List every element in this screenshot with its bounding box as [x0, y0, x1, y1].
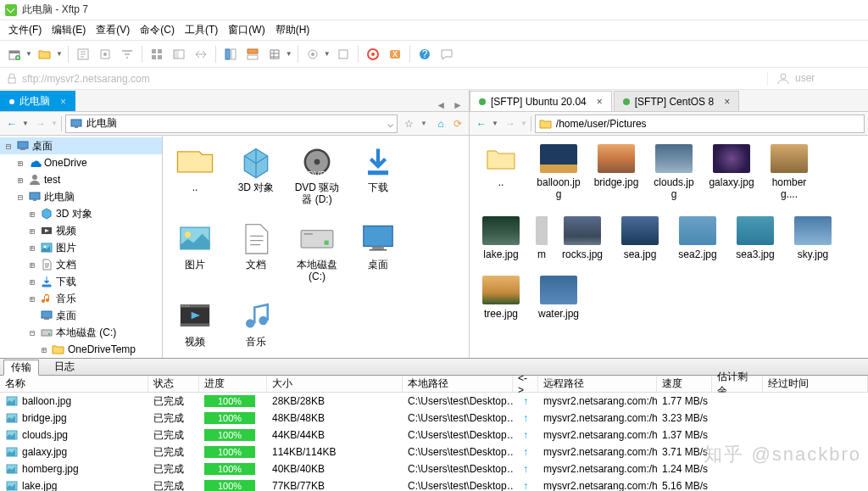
address-input[interactable]	[556, 118, 860, 130]
home-icon[interactable]: ⌂	[433, 116, 448, 131]
toggle-icon[interactable]: ⊞	[27, 277, 37, 287]
new-session-button[interactable]	[5, 45, 24, 64]
transfer-row[interactable]: clouds.jpg已完成100%44KB/44KBC:\Users\test\…	[0, 427, 868, 444]
close-icon[interactable]: ×	[724, 96, 730, 108]
column-header[interactable]: 本地路径	[403, 376, 513, 392]
file-item[interactable]: 下载	[354, 144, 402, 206]
file-item[interactable]: 文档	[232, 221, 280, 283]
tree-node[interactable]: ⊞OneDriveTemp	[0, 341, 162, 358]
bottom-tab[interactable]: 传输	[3, 360, 39, 376]
column-header[interactable]: 状态	[148, 376, 199, 392]
toolbar-btn[interactable]	[192, 45, 210, 64]
menu-item[interactable]: 窗口(W)	[228, 23, 264, 37]
toolbar-btn[interactable]	[221, 45, 240, 64]
toolbar-btn[interactable]	[243, 45, 262, 64]
toolbar-btn[interactable]	[96, 45, 114, 64]
file-item[interactable]: 视频	[171, 299, 219, 348]
file-item[interactable]: sky.jpg	[790, 216, 836, 260]
file-item[interactable]: lake.jpg	[478, 216, 524, 260]
tree-node[interactable]: ⊟此电脑	[0, 188, 162, 205]
dropdown-icon[interactable]: ▼	[25, 50, 32, 58]
tab-remote[interactable]: [SFTP] Ubuntu 20.04×	[470, 91, 612, 111]
toolbar-btn[interactable]	[265, 45, 284, 64]
column-header[interactable]: 名称	[0, 376, 148, 392]
transfer-row[interactable]: balloon.jpg已完成100%28KB/28KBC:\Users\test…	[0, 393, 868, 410]
column-header[interactable]: 经过时间	[763, 376, 868, 392]
transfer-row[interactable]: galaxy.jpg已完成100%114KB/114KBC:\Users\tes…	[0, 444, 868, 460]
file-item[interactable]: homberg....	[766, 144, 812, 201]
bottom-tab[interactable]: 日志	[47, 360, 81, 374]
file-item[interactable]: sea2.jpg	[675, 216, 721, 260]
column-header[interactable]: 大小	[267, 376, 403, 392]
file-item[interactable]: tree.jpg	[478, 276, 524, 320]
menu-item[interactable]: 工具(T)	[185, 23, 218, 37]
dropdown-icon[interactable]: ▼	[324, 50, 331, 58]
next-tab-icon[interactable]: ►	[450, 99, 465, 111]
file-item[interactable]: ..	[171, 144, 219, 206]
toggle-icon[interactable]: ⊞	[27, 226, 37, 236]
file-item[interactable]: 音乐	[232, 299, 280, 348]
toggle-icon[interactable]: ⊟	[27, 328, 37, 338]
toggle-icon[interactable]: ⊞	[27, 209, 37, 219]
toggle-icon[interactable]: ⊞	[27, 260, 37, 270]
menu-item[interactable]: 编辑(E)	[52, 23, 86, 37]
file-item[interactable]: 本地磁盘 (C:)	[293, 221, 341, 283]
file-item[interactable]: 图片	[171, 221, 219, 283]
dropdown-icon[interactable]: ▼	[56, 50, 63, 58]
address-input[interactable]: sftp://mysvr2.netsarang.com	[22, 73, 764, 85]
back-button[interactable]: ←	[3, 115, 20, 132]
toolbar-btn[interactable]	[334, 45, 353, 64]
local-file-grid[interactable]: ..3D 对象DVDDVD 驱动器 (D:)下载图片文档本地磁盘 (C:)桌面视…	[163, 136, 469, 358]
tree-node[interactable]: ⊞图片	[0, 239, 162, 256]
toolbar-btn[interactable]	[170, 45, 188, 64]
address-input[interactable]	[86, 118, 384, 130]
file-item[interactable]: 3D 对象	[232, 144, 280, 206]
menu-item[interactable]: 命令(C)	[140, 23, 175, 37]
column-header[interactable]: 进度	[199, 376, 267, 392]
menu-item[interactable]: 帮助(H)	[275, 23, 310, 37]
close-icon[interactable]: ×	[60, 96, 66, 108]
toggle-icon[interactable]: ⊟	[15, 192, 25, 202]
tree-node[interactable]: ⊟本地磁盘 (C:)	[0, 324, 162, 341]
toggle-icon[interactable]: ⊞	[27, 294, 37, 304]
chat-icon[interactable]	[437, 45, 456, 64]
left-address[interactable]: ⌵	[65, 114, 398, 133]
file-item[interactable]: bridge.jpg	[593, 144, 639, 201]
menu-item[interactable]: 查看(V)	[96, 23, 130, 37]
help-button[interactable]: ?	[415, 45, 434, 64]
tab-remote[interactable]: [SFTP] CentOS 8×	[614, 91, 739, 111]
toggle-icon[interactable]: ⊞	[15, 159, 25, 168]
file-item[interactable]: m	[536, 216, 548, 260]
file-item[interactable]: sea3.jpg	[732, 216, 778, 260]
file-item[interactable]: galaxy.jpg	[709, 144, 754, 201]
folder-tree[interactable]: ⊟桌面⊞OneDrive⊞test⊟此电脑⊞3D 对象⊞视频⊞图片⊞文档⊞下载⊞…	[0, 136, 163, 358]
forward-button[interactable]: →	[32, 115, 49, 132]
transfer-row[interactable]: homberg.jpg已完成100%40KB/40KBC:\Users\test…	[0, 460, 868, 477]
column-header[interactable]: 估计剩余…	[712, 376, 763, 392]
tree-node[interactable]: ⊞OneDrive	[0, 154, 162, 171]
file-item[interactable]: water.jpg	[536, 276, 581, 320]
star-icon[interactable]: ☆	[401, 116, 416, 131]
toggle-icon[interactable]: ⊞	[39, 345, 49, 354]
tree-node[interactable]: ⊞3D 对象	[0, 205, 162, 222]
close-icon[interactable]: ×	[597, 96, 603, 108]
right-address[interactable]	[535, 114, 865, 133]
remote-file-grid[interactable]: ..balloon.jpgbridge.jpgclouds.jpggalaxy.…	[470, 136, 868, 358]
xshell-button[interactable]: x	[386, 45, 404, 64]
toolbar-btn[interactable]	[74, 45, 92, 64]
toggle-icon[interactable]: ⊟	[3, 142, 14, 151]
file-item[interactable]: clouds.jpg	[651, 144, 697, 201]
forward-button[interactable]: →	[502, 115, 519, 132]
column-header[interactable]: 远程路径	[538, 376, 657, 392]
tab-local[interactable]: 此电脑 ×	[0, 91, 75, 111]
chevron-down-icon[interactable]: ⌵	[387, 118, 393, 130]
tree-node[interactable]: ⊞音乐	[0, 290, 162, 307]
refresh-icon[interactable]: ⟳	[450, 116, 465, 131]
file-item[interactable]: sea.jpg	[617, 216, 663, 260]
toolbar-btn[interactable]	[118, 45, 136, 64]
column-header[interactable]: 速度	[657, 376, 712, 392]
file-item[interactable]: balloon.jpg	[536, 144, 581, 201]
toggle-icon[interactable]: ⊞	[15, 176, 25, 185]
back-button[interactable]: ←	[473, 115, 490, 132]
transfer-row[interactable]: bridge.jpg已完成100%48KB/48KBC:\Users\test\…	[0, 410, 868, 427]
